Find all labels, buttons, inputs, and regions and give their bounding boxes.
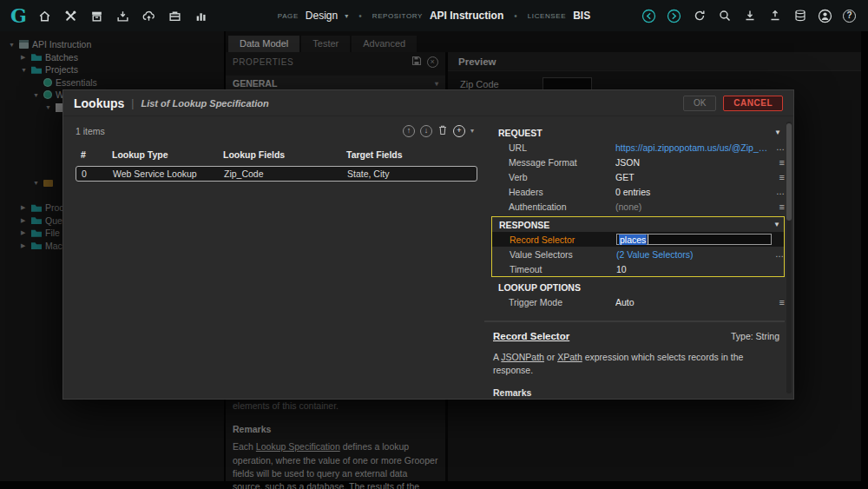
layers-database-icon[interactable] [792,9,807,23]
refresh-icon[interactable] [692,9,707,23]
property-row-url[interactable]: URL https://api.zippopotam.us/us/@Zip_C.… [491,140,785,155]
record-selector-input[interactable]: places [616,234,772,245]
dialog-header: Lookups | List of Lookup Specification O… [63,90,793,116]
topbar-left-icons [37,9,208,23]
inbox-import-icon[interactable] [115,9,130,23]
record-selector-label: Record Selector [492,235,616,245]
table-header-row: # Lookup Type Lookup Fields Target Field… [76,149,477,166]
help-title-row: Record Selector Type: String [493,331,779,341]
timeout-value[interactable]: 10 [616,264,768,274]
topbar-right-icons: ? [641,9,868,23]
section-label: LOOKUP OPTIONS [498,282,581,293]
text-caret [648,235,648,244]
chevron-expanded-icon[interactable]: ▼ [774,129,785,136]
title-separator: | [131,97,134,109]
section-response[interactable]: RESPONSE ▼ [492,217,784,232]
timeout-label: Timeout [492,264,616,274]
trigger-mode-value[interactable]: Auto [615,297,769,307]
value-selectors-value[interactable]: (2 Value Selectors) [616,249,768,260]
property-grid-scrollbar[interactable] [786,122,792,393]
property-row-trigger-mode[interactable]: Trigger Mode Auto ≡ [491,294,785,309]
help-description: A JSONPath or XPath expression which sel… [493,351,779,376]
dialog-body: 1 items ↑ ↓ + ▾ # Lookup Type Lookup Fie… [63,116,793,399]
search-icon[interactable] [717,9,732,23]
add-dropdown-icon[interactable]: ▾ [470,127,474,135]
lookup-table: # Lookup Type Lookup Fields Target Field… [76,149,477,182]
chevron-expanded-icon[interactable]: ▼ [773,221,784,228]
verb-value[interactable]: GET [615,172,769,182]
authentication-value[interactable]: (none) [615,202,769,212]
jsonpath-link[interactable]: JSONPath [501,352,544,362]
property-row-value-selectors[interactable]: Value Selectors (2 Value Selectors) … [492,247,784,261]
add-button[interactable]: + [453,125,465,137]
user-icon[interactable] [818,9,832,23]
help-type: Type: String [731,331,779,341]
help-text: A [493,352,501,362]
cell-target-fields: State, City [347,169,471,179]
property-row-timeout[interactable]: Timeout 10 [492,261,784,276]
property-row-verb[interactable]: Verb GET ≡ [491,169,785,184]
delete-button[interactable] [437,124,448,137]
forward-icon[interactable] [667,9,681,23]
grooper-logo[interactable]: G [10,0,27,31]
move-down-button[interactable]: ↓ [420,125,432,137]
dot-separator: • [358,11,362,21]
items-count: 1 items [76,126,105,136]
section-lookup-options[interactable]: LOOKUP OPTIONS [491,280,785,294]
section-label: RESPONSE [499,220,549,230]
property-row-record-selector[interactable]: Record Selector places [492,232,784,247]
move-up-button[interactable]: ↑ [403,125,415,137]
repository-value[interactable]: API Instruction [430,10,503,22]
url-label: URL [491,142,615,153]
menu-button[interactable]: ≡ [769,172,785,182]
download-icon[interactable] [742,9,757,23]
cell-lookup-fields: Zip_Code [224,169,347,179]
property-row-headers[interactable]: Headers 0 entries … [491,184,785,199]
lookup-list-panel: 1 items ↑ ↓ + ▾ # Lookup Type Lookup Fie… [63,116,484,399]
tools-icon[interactable] [63,9,78,23]
archive-icon[interactable] [89,9,104,23]
table-row-selected[interactable]: 0 Web Service Lookup Zip_Code State, Cit… [76,166,477,182]
chevron-down-icon[interactable]: ▾ [345,12,348,20]
collection-toolbar: ↑ ↓ + ▾ [403,124,474,137]
help-icon[interactable]: ? [843,10,856,23]
xpath-link[interactable]: XPath [557,352,582,362]
value-selectors-label: Value Selectors [492,249,616,260]
section-label: REQUEST [498,128,542,138]
headers-value[interactable]: 0 entries [615,187,769,197]
section-request[interactable]: REQUEST ▼ [491,125,785,140]
topbar: G PAGE Design ▾ • REPOSITORY API Instruc… [0,0,868,31]
dot-separator: • [514,11,517,21]
column-header-lookup-type[interactable]: Lookup Type [112,149,223,160]
url-value[interactable]: https://api.zippopotam.us/us/@Zip_C... [615,142,769,153]
ellipsis-button[interactable]: … [769,187,785,196]
property-row-authentication[interactable]: Authentication (none) ≡ [491,199,785,214]
menu-button[interactable]: ≡ [769,297,785,307]
ellipsis-button[interactable]: … [768,249,784,259]
help-title: Record Selector [493,331,569,341]
menu-button[interactable]: ≡ [769,157,785,168]
back-icon[interactable] [641,9,656,23]
column-header-target-fields[interactable]: Target Fields [346,149,472,160]
home-icon[interactable] [37,9,52,23]
scrollbar-thumb[interactable] [786,123,792,221]
column-header-lookup-fields[interactable]: Lookup Fields [223,149,346,160]
remarks-heading: Remarks [493,387,779,398]
menu-button[interactable]: ≡ [769,202,785,212]
licensee-label: LICENSEE [528,12,566,20]
cancel-button[interactable]: CANCEL [723,96,783,111]
bar-chart-icon[interactable] [194,9,208,23]
ellipsis-button[interactable]: … [769,142,785,152]
property-row-message-format[interactable]: Message Format JSON ≡ [491,155,785,169]
authentication-label: Authentication [491,202,615,212]
response-highlight-box: RESPONSE ▼ Record Selector places Value … [491,216,785,277]
ok-button[interactable]: OK [683,96,716,111]
repository-label: REPOSITORY [372,12,423,20]
page-label: PAGE [278,12,299,20]
page-value[interactable]: Design [306,10,338,22]
message-format-value[interactable]: JSON [615,157,769,168]
cloud-upload-icon[interactable] [141,9,156,23]
column-header-index[interactable]: # [81,149,112,160]
briefcase-icon[interactable] [168,9,182,23]
upload-icon[interactable] [767,9,782,23]
